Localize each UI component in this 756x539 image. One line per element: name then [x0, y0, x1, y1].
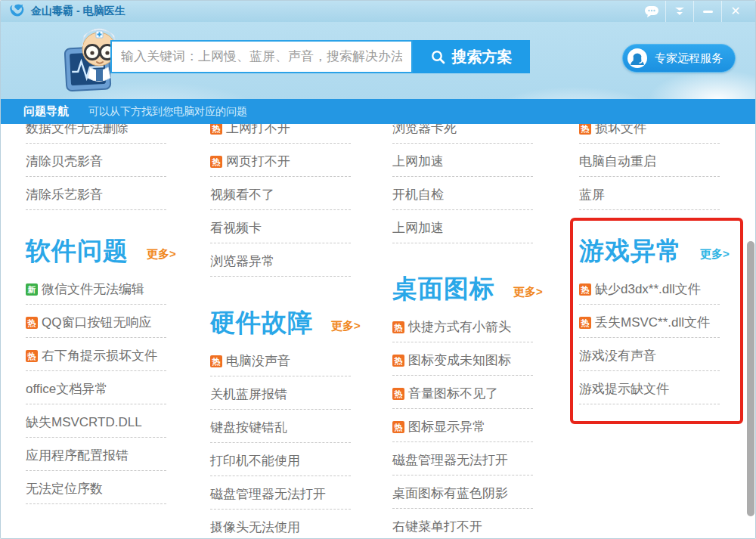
problem-item-label: 上网加速 [392, 154, 444, 169]
problem-item[interactable]: 视频看不了 [210, 187, 361, 221]
problem-item[interactable]: 热QQ窗口按钮无响应 [26, 315, 176, 348]
problem-item[interactable]: 热损坏文件 [579, 121, 730, 154]
problem-item-label: 游戏没有声音 [579, 348, 656, 363]
problem-item[interactable]: 数据文件无法删除 [26, 121, 176, 154]
problem-item[interactable]: 清除乐艺影音 [26, 187, 176, 221]
problem-item[interactable]: 游戏没有声音 [579, 348, 730, 382]
problem-item-label: 缺少d3dx**.dll文件 [595, 282, 701, 296]
problem-item[interactable]: 上网加速 [392, 221, 543, 254]
expert-remote-service-label: 专家远程服务 [655, 51, 723, 66]
problem-item[interactable]: 浏览器卡死 [392, 121, 543, 154]
headset-icon [627, 48, 648, 69]
problem-item[interactable]: 清除贝壳影音 [26, 154, 176, 187]
problem-item[interactable]: 新微信文件无法编辑 [26, 282, 176, 315]
problem-item[interactable]: 热音量图标不见了 [392, 386, 543, 420]
hot-badge: 热 [210, 122, 222, 135]
problem-item[interactable]: 缺失MSVCRTD.DLL [26, 415, 176, 448]
problem-item[interactable]: 右键菜单打不开 [392, 519, 543, 539]
search-icon [431, 50, 445, 64]
dropdown-icon [674, 7, 686, 16]
header: 搜索方案 专家远程服务 [1, 22, 755, 99]
hot-badge: 热 [392, 321, 404, 333]
section-header: 硬件故障更多> [210, 307, 361, 339]
problem-item[interactable]: 电脑自动重启 [579, 154, 730, 187]
problem-item-label: 键盘按键错乱 [210, 420, 287, 435]
problem-item[interactable]: 游戏提示缺文件 [579, 382, 730, 415]
hot-badge: 热 [210, 355, 222, 367]
minimize-icon [703, 11, 713, 13]
section-title: 硬件故障 [210, 307, 313, 339]
close-button[interactable]: ✕ [722, 1, 749, 22]
problem-item-label: 电脑没声音 [226, 354, 290, 368]
hot-badge: 热 [392, 355, 404, 367]
problem-item-label: 无法定位序数 [26, 482, 103, 496]
titlebar: 金山毒霸 - 电脑医生 [1, 1, 755, 22]
problem-item[interactable]: 热图标变成未知图标 [392, 353, 543, 386]
expert-remote-service-button[interactable]: 专家远程服务 [622, 44, 736, 73]
problem-item[interactable]: 看视频卡 [210, 221, 361, 254]
problem-item-label: 视频看不了 [210, 187, 274, 202]
hot-badge: 热 [26, 350, 38, 362]
problem-item[interactable]: 热丢失MSVC**.dll文件 [579, 315, 730, 348]
problem-item-label: 蓝屏 [579, 187, 605, 202]
search-input[interactable] [110, 40, 413, 73]
hot-badge: 热 [26, 317, 38, 329]
feedback-button[interactable] [638, 1, 665, 22]
problem-item-label: 缺失MSVCRTD.DLL [26, 415, 142, 429]
problem-item[interactable]: 热上网打不开 [210, 121, 361, 154]
problem-item[interactable]: 打印机不能使用 [210, 454, 361, 487]
section-header: 游戏异常更多> [579, 235, 730, 267]
problem-item[interactable]: 磁盘管理器无法打开 [392, 453, 543, 486]
problem-item[interactable]: 热缺少d3dx**.dll文件 [579, 282, 730, 315]
problem-item-label: 上网加速 [392, 221, 444, 235]
more-link[interactable]: 更多> [700, 247, 730, 267]
new-badge: 新 [26, 283, 38, 296]
problem-item-label: 微信文件无法编辑 [42, 282, 144, 296]
search-button-label: 搜索方案 [452, 47, 513, 67]
problem-item-label: 磁盘管理器无法打开 [210, 487, 326, 501]
problem-item[interactable]: 浏览器异常 [210, 254, 361, 287]
problem-item-label: 看视频卡 [210, 221, 262, 235]
problem-item-label: 浏览器异常 [210, 254, 274, 268]
problem-column-software: 数据文件无法删除清除贝壳影音清除乐艺影音软件问题更多>新微信文件无法编辑热QQ窗… [26, 121, 176, 515]
problem-item[interactable]: 蓝屏 [579, 187, 730, 221]
problem-item[interactable]: 桌面图标有蓝色阴影 [392, 486, 543, 519]
more-link[interactable]: 更多> [331, 319, 361, 339]
problem-item[interactable]: 磁盘管理器无法打开 [210, 487, 361, 520]
problem-column-hardware: 热上网打不开热网页打不开视频看不了看视频卡浏览器异常硬件故障更多>热电脑没声音关… [210, 121, 361, 539]
search-button[interactable]: 搜索方案 [413, 40, 530, 73]
problem-item[interactable]: 摄像头无法使用 [210, 520, 361, 539]
hot-badge: 热 [210, 156, 222, 168]
problem-item-label: 图标显示异常 [408, 420, 485, 434]
more-link[interactable]: 更多> [513, 285, 543, 305]
problem-item-label: 图标变成未知图标 [408, 353, 511, 367]
problem-item[interactable]: 热快捷方式有小箭头 [392, 320, 543, 353]
problem-item-label: 清除乐艺影音 [26, 187, 103, 202]
problem-item[interactable]: 热右下角提示损坏文件 [26, 348, 176, 382]
hot-badge: 热 [579, 283, 591, 296]
minimize-button[interactable] [694, 1, 721, 22]
hot-badge: 热 [579, 122, 591, 135]
problem-item[interactable]: 热电脑没声音 [210, 354, 361, 387]
problem-item-label: 右下角提示损坏文件 [42, 348, 157, 363]
problem-item[interactable]: office文档异常 [26, 382, 176, 415]
section-title: 桌面图标 [392, 273, 495, 305]
more-link[interactable]: 更多> [147, 247, 176, 267]
problem-item[interactable]: 上网加速 [392, 154, 543, 187]
vertical-scrollbar-thumb[interactable] [747, 241, 754, 516]
duba-logo-icon [8, 4, 25, 19]
problem-item[interactable]: 开机自检 [392, 187, 543, 221]
problem-item[interactable]: 热图标显示异常 [392, 420, 543, 453]
problem-item[interactable]: 应用程序配置报错 [26, 448, 176, 482]
main-menu-button[interactable] [666, 1, 693, 22]
problem-item[interactable]: 关机蓝屏报错 [210, 387, 361, 420]
problem-item-label: 游戏提示缺文件 [579, 382, 669, 396]
problem-item-label: 音量图标不见了 [408, 386, 498, 401]
problem-item[interactable]: 键盘按键错乱 [210, 420, 361, 454]
problem-item-label: QQ窗口按钮无响应 [42, 315, 151, 330]
section-header: 软件问题更多> [26, 235, 176, 267]
problem-item[interactable]: 无法定位序数 [26, 482, 176, 515]
nav-subtitle: 可以从下方找到您电脑对应的问题 [88, 105, 247, 119]
problem-item[interactable]: 热网页打不开 [210, 154, 361, 187]
problem-item-label: office文档异常 [26, 382, 107, 396]
